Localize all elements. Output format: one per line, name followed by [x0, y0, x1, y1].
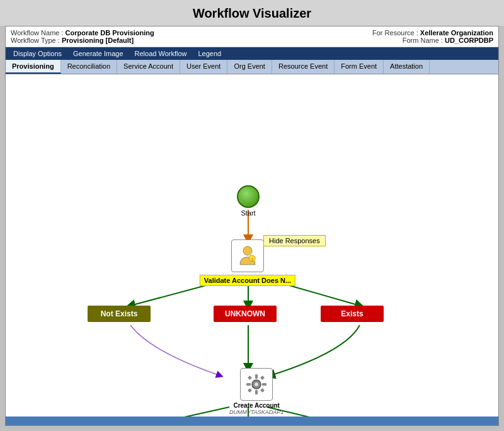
tab-service-account[interactable]: Service Account — [117, 60, 180, 74]
toolbar: Display Options Generate Image Reload Wo… — [6, 47, 498, 60]
tab-user-event[interactable]: User Event — [180, 60, 227, 74]
svg-rect-13 — [255, 374, 258, 379]
workflow-type-value: Provisioning [Default] — [62, 37, 134, 44]
svg-text:!: ! — [251, 256, 253, 262]
reload-workflow-button[interactable]: Reload Workflow — [130, 49, 192, 59]
tab-provisioning[interactable]: Provisioning — [6, 60, 61, 74]
start-label: Start — [237, 209, 260, 217]
hide-responses-tooltip[interactable]: Hide Responses — [263, 235, 326, 246]
tab-reconciliation[interactable]: Reconciliation — [61, 60, 117, 74]
not-exists-button[interactable]: Not Exists — [88, 306, 151, 322]
form-name-label: Form Name : — [403, 37, 443, 44]
validate-task-icon-box: ! Hide Responses — [231, 239, 264, 272]
app-container: Workflow Visualizer Workflow Name : Corp… — [0, 0, 504, 431]
tab-org-event[interactable]: Org Event — [227, 60, 272, 74]
for-resource-label: For Resource : — [372, 29, 418, 37]
form-name-value: UD_CORPDBP — [445, 37, 493, 44]
create-account-label: Create Account — [229, 402, 284, 409]
svg-rect-17 — [248, 376, 252, 380]
tab-form-event[interactable]: Form Event — [335, 60, 384, 74]
create-account-node[interactable]: Create Account DUMMYTASKADAP1 — [229, 368, 284, 415]
svg-rect-15 — [246, 383, 251, 386]
not-exists-outcome[interactable]: Not Exists — [88, 306, 151, 322]
display-options-button[interactable]: Display Options — [8, 49, 67, 59]
validate-label: Validate Account Does N... — [200, 275, 295, 286]
workflow-name-label: Workflow Name : — [11, 29, 64, 37]
start-node: Start — [237, 185, 260, 217]
main-panel: Workflow Name : Corporate DB Provisionin… — [5, 26, 499, 426]
bottom-bar — [6, 417, 498, 425]
legend-button[interactable]: Legend — [193, 49, 227, 59]
exists-button[interactable]: Exists — [321, 306, 384, 322]
svg-point-8 — [243, 246, 252, 255]
svg-point-12 — [255, 382, 258, 386]
create-account-icon-box — [240, 368, 273, 401]
tab-attestation[interactable]: Attestation — [384, 60, 430, 74]
info-bar: Workflow Name : Corporate DB Provisionin… — [6, 26, 498, 47]
svg-rect-14 — [255, 390, 258, 394]
unknown-top-button[interactable]: UNKNOWN — [214, 306, 277, 322]
task-person-icon: ! — [236, 244, 259, 267]
gear-icon — [245, 373, 268, 396]
svg-rect-19 — [248, 388, 252, 393]
create-account-adapter: DUMMYTASKADAP1 — [229, 409, 284, 415]
tabs-bar: Provisioning Reconciliation Service Acco… — [6, 60, 498, 74]
svg-rect-16 — [262, 383, 266, 386]
exists-outcome[interactable]: Exists — [321, 306, 384, 322]
start-circle — [237, 185, 260, 208]
svg-rect-20 — [260, 388, 265, 393]
workflow-type-label: Workflow Type : — [11, 37, 60, 44]
tab-resource-event[interactable]: Resource Event — [272, 60, 335, 74]
page-title: Workflow Visualizer — [0, 0, 504, 26]
svg-line-5 — [130, 407, 229, 417]
svg-rect-18 — [260, 376, 265, 380]
for-resource-value: Xellerate Organization — [420, 29, 493, 37]
workflow-name-value: Corporate DB Provisioning — [66, 29, 154, 37]
workflow-canvas: Start ! Hide Responses Validate Accoun — [6, 74, 498, 417]
unknown-top-outcome[interactable]: UNKNOWN — [214, 306, 277, 322]
generate-image-button[interactable]: Generate Image — [68, 49, 129, 59]
validate-task-node[interactable]: ! Hide Responses Validate Account Does N… — [231, 239, 264, 272]
